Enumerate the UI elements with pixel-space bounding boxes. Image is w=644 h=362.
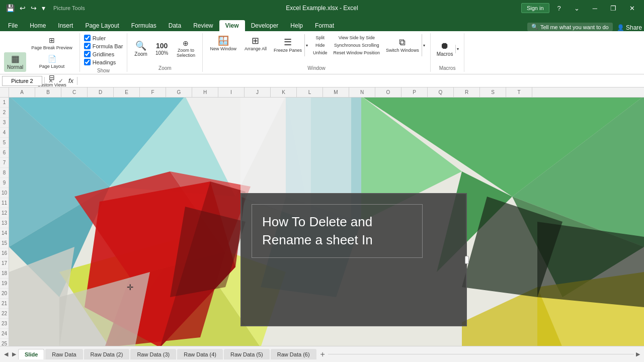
row-15: 15: [0, 238, 9, 248]
share-button[interactable]: 👤 Share: [617, 24, 642, 31]
macros-label: Macros: [439, 63, 456, 71]
tab-developer[interactable]: Developer: [245, 20, 285, 31]
view-side-button[interactable]: View Side by Side: [332, 34, 382, 41]
zoom-to-selection-button[interactable]: ⊕ Zoom to Selection: [173, 38, 198, 60]
name-box[interactable]: [2, 76, 42, 86]
row-2: 2: [0, 108, 9, 118]
macros-dropdown[interactable]: ▾: [455, 45, 460, 53]
col-D: D: [88, 87, 114, 97]
tab-review[interactable]: Review: [187, 20, 219, 31]
sheet-area: 1 2 3 4 5 6 7 8 9 10 11 12 13 14 15 16 1…: [0, 87, 644, 346]
tab-formulas[interactable]: Formulas: [125, 20, 163, 31]
minimize-button[interactable]: ─: [588, 4, 602, 13]
more-qa-button[interactable]: ▾: [40, 3, 47, 13]
share-icon: 👤: [617, 24, 624, 31]
freeze-panes-split: ☰ Freeze Panes ▾: [272, 34, 309, 56]
grid-container[interactable]: A B C D E F G H I J K L M N O P Q R S T: [9, 87, 644, 346]
hide-button[interactable]: Hide: [311, 42, 330, 49]
tab-page-layout[interactable]: Page Layout: [79, 20, 125, 31]
slide-image[interactable]: How To Delete and Rename a sheet In ✛: [9, 98, 644, 346]
row-header-top: [0, 87, 9, 98]
row-10: 10: [0, 188, 9, 198]
headings-checkbox-row[interactable]: Headings: [84, 59, 123, 65]
col-L: L: [297, 87, 323, 97]
row-1: 1: [0, 98, 9, 108]
text-box[interactable]: How To Delete and Rename a sheet In: [240, 193, 467, 326]
split-button[interactable]: Split: [311, 34, 330, 41]
row-17: 17: [0, 258, 9, 268]
unhide-button[interactable]: Unhide: [311, 49, 330, 56]
help-icon-btn[interactable]: ?: [552, 4, 566, 13]
switch-windows-button[interactable]: ⧉ Switch Windows: [384, 36, 421, 55]
formula-bar-checkbox-row[interactable]: Formula Bar: [84, 43, 123, 49]
add-sheet-button[interactable]: +: [317, 349, 328, 359]
sheet-tab-rawdata4[interactable]: Raw Data (4): [177, 349, 223, 359]
ribbon-search[interactable]: 🔍 Tell me what you want to do: [527, 23, 613, 31]
zoom-button[interactable]: 🔍 Zoom: [131, 39, 150, 59]
cancel-formula-button[interactable]: ✕: [47, 77, 55, 84]
text-box-inner: How To Delete and Rename a sheet In: [252, 204, 423, 258]
reset-pos-button[interactable]: Reset Window Position: [332, 49, 382, 56]
page-layout-button[interactable]: 📄 Page Layout: [28, 53, 75, 71]
sheet-tab-rawdata3[interactable]: Raw Data (3): [130, 349, 176, 359]
new-window-button[interactable]: 🪟 New Window: [207, 34, 239, 56]
sheet-nav-left[interactable]: ◀: [2, 350, 10, 358]
switch-windows-split: ⧉ Switch Windows ▾: [384, 34, 426, 56]
ruler-checkbox-row[interactable]: Ruler: [84, 35, 123, 41]
sheet-tab-rawdata6[interactable]: Raw Data (6): [271, 349, 316, 359]
window-label: Window: [307, 63, 326, 71]
macros-button[interactable]: ⏺ Macros: [435, 39, 455, 59]
page-break-button[interactable]: ⊞ Page Break Preview: [28, 34, 75, 52]
row-20: 20: [0, 289, 9, 299]
insert-function-button[interactable]: fx: [67, 77, 75, 84]
row-3: 3: [0, 118, 9, 128]
sheet-tab-rawdata2[interactable]: Raw Data (2): [84, 349, 130, 359]
tab-insert[interactable]: Insert: [52, 20, 79, 31]
formula-separator: [44, 77, 45, 85]
gridlines-checkbox[interactable]: [84, 51, 91, 57]
close-button[interactable]: ✕: [624, 4, 640, 13]
ribbon-tabs: File Home Insert Page Layout Formulas Da…: [0, 16, 644, 31]
freeze-panes-button[interactable]: ☰ Freeze Panes: [272, 36, 304, 55]
sync-scroll-button[interactable]: Synchronous Scrolling: [332, 42, 382, 49]
show-group: Ruler Formula Bar Gridlines Headings Sho…: [80, 33, 128, 72]
formula-bar-checkbox[interactable]: [84, 43, 91, 49]
restore-button[interactable]: ❐: [605, 4, 621, 13]
signin-button[interactable]: Sign in: [521, 3, 549, 13]
row-13: 13: [0, 218, 9, 228]
sheet-tab-rawdata5[interactable]: Raw Data (5): [224, 349, 270, 359]
redo-button[interactable]: ↪: [29, 3, 39, 13]
save-button[interactable]: 💾: [4, 3, 17, 13]
show-label: Show: [97, 66, 110, 73]
tab-help[interactable]: Help: [284, 20, 309, 31]
sheet-tab-rawdata1[interactable]: Raw Data: [45, 349, 83, 359]
formula-input[interactable]: [79, 76, 642, 86]
tab-data[interactable]: Data: [163, 20, 187, 31]
window-content: 🪟 New Window ⊞ Arrange All ☰ Freeze Pane…: [207, 34, 426, 63]
confirm-formula-button[interactable]: ✓: [57, 77, 65, 84]
headings-checkbox[interactable]: [84, 59, 91, 65]
zoom-100-button[interactable]: 100 100%: [152, 40, 172, 58]
ruler-checkbox[interactable]: [84, 35, 91, 41]
gridlines-checkbox-row[interactable]: Gridlines: [84, 51, 123, 57]
title-bar-right: Sign in ? ⌄ ─ ❐ ✕: [521, 3, 640, 13]
zoom-icon: 🔍: [135, 41, 146, 50]
sheet-tab-slide[interactable]: Slide: [18, 349, 44, 359]
ribbon-toggle-button[interactable]: ⌄: [569, 4, 585, 13]
undo-button[interactable]: ↩: [18, 3, 28, 13]
tab-home[interactable]: Home: [24, 20, 52, 31]
resize-handle[interactable]: [465, 256, 469, 264]
normal-view-button[interactable]: ▦ Normal: [4, 52, 26, 72]
col-F: F: [140, 87, 166, 97]
row-header: 1 2 3 4 5 6 7 8 9 10 11 12 13 14 15 16 1…: [0, 87, 9, 346]
tab-view[interactable]: View: [219, 20, 245, 31]
tab-scroll-right[interactable]: ▶: [634, 350, 642, 358]
sheet-nav-right[interactable]: ▶: [10, 350, 18, 358]
tab-file[interactable]: File: [2, 20, 24, 31]
freeze-panes-dropdown[interactable]: ▾: [304, 34, 309, 56]
freeze-icon: ☰: [284, 38, 292, 47]
arrange-icon: ⊞: [252, 36, 259, 45]
arrange-all-button[interactable]: ⊞ Arrange All: [242, 34, 270, 56]
tab-format[interactable]: Format: [309, 20, 340, 31]
switch-windows-dropdown[interactable]: ▾: [422, 34, 426, 56]
